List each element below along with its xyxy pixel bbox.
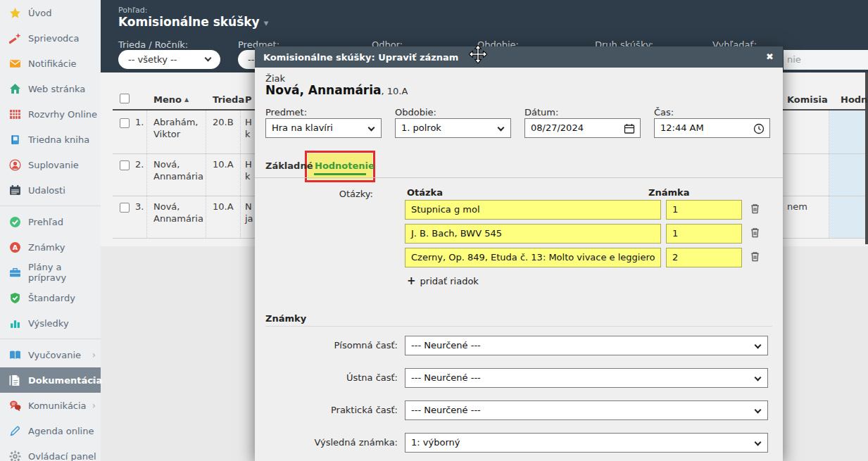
student-name: Nová, Annamária: [265, 83, 382, 97]
time-label: Čas:: [654, 107, 674, 118]
modal-titlebar[interactable]: Komisionálne skúšky: Upraviť záznam ✖: [255, 46, 783, 68]
sidebar-item-udalosti[interactable]: Udalosti: [0, 177, 101, 203]
sidebar-item-plany[interactable]: Plány a prípravy: [0, 260, 101, 285]
sidebar-item-rozvrhy[interactable]: Rozvrhy Online: [0, 101, 101, 127]
tab-zakladne[interactable]: Základné: [265, 160, 313, 171]
view-title-text: Komisionálne skúšky: [118, 15, 260, 29]
grades-badge-icon: A: [9, 241, 21, 253]
sidebar-item-komunikacia[interactable]: Komunikácia ›: [0, 393, 101, 418]
timetable-grid-icon: [9, 108, 21, 120]
subject-fragment: Hk: [245, 158, 252, 182]
envelope-icon: [9, 58, 21, 70]
class-register-icon: [9, 134, 21, 146]
oral-part-label: Ústna časť:: [265, 368, 398, 388]
document-icon: [9, 374, 21, 386]
wand-icon: [9, 32, 21, 44]
final-grade-select[interactable]: 1: výborný: [405, 433, 768, 453]
sidebar-item-triedna-kniha[interactable]: Triedna kniha: [0, 127, 101, 152]
house-icon: [9, 83, 21, 95]
sidebar-item-vysledky[interactable]: Výsledky: [0, 310, 101, 336]
sidebar-item-dokumentacia[interactable]: Dokumentácia ›: [0, 367, 101, 393]
column-header-subject[interactable]: P: [245, 94, 252, 105]
view-label: Pohľad:: [118, 6, 148, 15]
pen-icon: [9, 425, 21, 437]
sidebar-item-uvod[interactable]: Úvod: [0, 0, 101, 25]
sidebar-item-vyucovanie[interactable]: Vyučovanie ›: [0, 342, 101, 367]
grade-column-header: Známka: [648, 187, 689, 198]
subject-select[interactable]: Hra na klavíri: [265, 118, 382, 138]
grade-input[interactable]: 2: [666, 248, 742, 267]
student-name: Nová,Annamária: [153, 158, 203, 182]
open-book-icon: [9, 349, 21, 361]
select-all-checkbox[interactable]: [120, 94, 130, 103]
column-divider: [146, 110, 147, 238]
row-checkbox[interactable]: [120, 118, 130, 128]
chevron-down-icon: [755, 407, 762, 414]
term-select[interactable]: 1. polrok: [395, 118, 511, 138]
date-input[interactable]: 08/27/2024: [524, 118, 641, 138]
modal-title: Komisionálne skúšky: Upraviť záznam: [263, 52, 458, 63]
question-input[interactable]: Czerny, Op. 849, Etuda č. 13: Molto viva…: [405, 248, 661, 267]
chevron-down-icon: [498, 125, 505, 132]
student-name: Abrahám,Viktor: [153, 116, 198, 140]
sidebar-item-agenda[interactable]: Agenda online: [0, 418, 101, 443]
briefcase-icon: [9, 267, 21, 279]
written-part-select[interactable]: --- Neurčené ---: [405, 336, 768, 355]
practical-part-label: Praktická časť:: [265, 400, 398, 420]
sidebar-item-suplovanie[interactable]: Suplovanie: [0, 152, 101, 177]
committee-cell: nem: [787, 201, 807, 213]
class-filter-value: -- všetky --: [128, 54, 177, 65]
grade-input[interactable]: 1: [666, 200, 742, 220]
practical-part-select[interactable]: --- Neurčené ---: [405, 400, 768, 420]
filter-label-class: Trieda / Ročník:: [118, 39, 188, 50]
sidebar-item-web-stranka[interactable]: Web stránka: [0, 76, 101, 101]
sidebar-item-notifikacie[interactable]: Notifikácie: [0, 51, 101, 76]
time-input[interactable]: 12:44 AM: [654, 118, 770, 138]
subject-fragment: Nja: [245, 201, 253, 225]
sidebar-item-prehlad[interactable]: Prehľad: [0, 209, 101, 234]
svg-text:A: A: [13, 243, 18, 251]
grades-section-heading: Známky: [265, 313, 306, 324]
chevron-down-icon: [755, 374, 762, 381]
chevron-right-icon: ›: [92, 400, 96, 411]
view-title-dropdown[interactable]: Komisionálne skúšky▾: [118, 15, 268, 29]
chevron-down-icon: [755, 342, 762, 349]
grade-input[interactable]: 1: [666, 224, 742, 244]
search-input[interactable]: nie: [784, 50, 868, 70]
student-class: 10.A: [213, 158, 234, 170]
chevron-right-icon: ›: [92, 349, 96, 360]
row-number: 2.: [135, 158, 144, 170]
shield-check-icon: [9, 292, 21, 304]
close-icon[interactable]: ✖: [764, 51, 776, 62]
column-header-class[interactable]: Trieda: [213, 94, 244, 105]
trash-icon[interactable]: [750, 203, 760, 214]
sidebar-item-ovladaci-panel[interactable]: Ovládací panel: [0, 443, 101, 461]
question-input[interactable]: J. B. Bach, BWV 545: [405, 224, 661, 244]
sidebar-item-znamky[interactable]: A Známky: [0, 234, 101, 260]
subject-label: Predmet:: [265, 107, 307, 118]
plus-icon: +: [407, 274, 416, 287]
final-grade-label: Výsledná známka:: [265, 433, 398, 453]
column-header-name[interactable]: Meno▲: [153, 94, 189, 105]
row-number: 1.: [135, 116, 144, 128]
column-divider: [240, 110, 241, 238]
class-filter-select[interactable]: -- všetky --: [118, 50, 220, 69]
chat-bubbles-icon: [9, 400, 21, 412]
add-row-button[interactable]: +pridať riadok: [407, 274, 479, 287]
sidebar-item-standardy[interactable]: Štandardy: [0, 285, 101, 310]
oral-part-select[interactable]: --- Neurčené ---: [405, 368, 768, 388]
trash-icon[interactable]: [750, 227, 760, 238]
trash-icon[interactable]: [750, 251, 760, 262]
row-number: 3.: [135, 201, 144, 213]
column-divider: [206, 110, 206, 238]
move-cursor: [469, 45, 487, 63]
sort-ascending-icon: ▲: [184, 96, 189, 103]
row-checkbox[interactable]: [120, 160, 130, 170]
column-header-evaluation[interactable]: Hodnotenie: [841, 94, 868, 105]
sidebar-item-sprievodca[interactable]: Sprievodca: [0, 25, 101, 51]
column-header-committee[interactable]: Komisia: [787, 94, 828, 105]
tab-hodnotenie[interactable]: Hodnotenie: [315, 160, 375, 171]
row-checkbox[interactable]: [120, 203, 130, 213]
calendar-icon: [624, 123, 635, 134]
question-input[interactable]: Stupnica g mol: [405, 200, 661, 220]
